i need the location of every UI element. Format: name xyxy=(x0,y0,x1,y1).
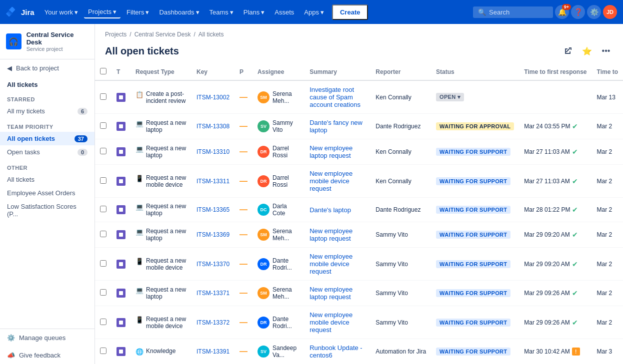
teams-menu[interactable]: Teams ▾ xyxy=(206,6,238,18)
status-badge[interactable]: WAITING FOR SUPPORT xyxy=(436,348,510,356)
notifications-button[interactable]: 🔔 9+ xyxy=(555,5,569,19)
row-checkbox[interactable] xyxy=(100,348,106,354)
ticket-key[interactable]: ITSM-13002 xyxy=(192,80,234,114)
manage-queues-button[interactable]: ⚙️ Manage queues xyxy=(0,329,94,347)
ticket-key[interactable]: ITSM-13391 xyxy=(192,339,234,364)
row-checkbox[interactable] xyxy=(100,206,106,212)
more-options-icon[interactable]: ••• xyxy=(599,44,613,58)
assignee-cell: DC Darla Cote xyxy=(252,198,304,222)
time-first-value: Mar 30 10:42 AM xyxy=(524,348,570,355)
sidebar-item-low-satisfaction-scores[interactable]: Low Satisfaction Scores (P... xyxy=(0,200,94,221)
col-time-first-response[interactable]: Time to first response xyxy=(519,64,592,80)
row-checkbox[interactable] xyxy=(100,122,106,129)
row-checkbox[interactable] xyxy=(100,148,106,154)
col-priority[interactable]: P xyxy=(234,64,252,80)
svg-rect-1 xyxy=(119,124,123,128)
status-badge[interactable]: WAITING FOR SUPPORT xyxy=(436,231,510,239)
status-badge[interactable]: WAITING FOR SUPPORT xyxy=(436,206,510,214)
assignee-name: Serena Meh... xyxy=(272,90,300,104)
row-checkbox[interactable] xyxy=(100,289,106,296)
open-external-icon[interactable] xyxy=(561,44,575,58)
col-request-type[interactable]: Request Type xyxy=(130,64,192,80)
summary-link[interactable]: New employee laptop request xyxy=(310,227,352,242)
star-icon[interactable]: ⭐ xyxy=(580,44,594,58)
assignee-name: Dante Rodri... xyxy=(272,316,300,330)
projects-menu[interactable]: Projects ▾ xyxy=(84,6,120,18)
select-all-checkbox[interactable] xyxy=(100,68,106,74)
reporter-cell: Sammy Vito xyxy=(370,222,431,248)
assignee-avatar: SV xyxy=(258,120,270,132)
tickets-table-container: T Request Type Key P Assignee Summary Re… xyxy=(95,64,623,364)
col-time-to[interactable]: Time to xyxy=(592,64,623,80)
time-first-response-cell: Mar 30 10:42 AM ! xyxy=(519,339,592,364)
summary-link[interactable]: Runbook Update - centos6 xyxy=(310,344,362,359)
your-work-menu[interactable]: Your work ▾ xyxy=(40,6,82,18)
breadcrumb: Projects / Central Service Desk / All ti… xyxy=(95,24,623,40)
ticket-key[interactable]: ITSM-13310 xyxy=(192,139,234,165)
sidebar-item-all-tickets[interactable]: All tickets xyxy=(0,173,94,186)
back-to-project-button[interactable]: ◀ Back to project xyxy=(0,59,94,77)
sidebar-item-open-tasks[interactable]: Open tasks 0 xyxy=(0,145,94,159)
status-badge[interactable]: WAITING FOR SUPPORT xyxy=(436,148,510,156)
row-checkbox[interactable] xyxy=(100,260,106,267)
ticket-key[interactable]: ITSM-13371 xyxy=(192,281,234,306)
ticket-key[interactable]: ITSM-13365 xyxy=(192,198,234,222)
row-checkbox[interactable] xyxy=(100,319,106,325)
col-summary[interactable]: Summary xyxy=(304,64,370,80)
breadcrumb-projects[interactable]: Projects xyxy=(105,31,126,38)
row-checkbox[interactable] xyxy=(100,93,106,100)
assignee-cell: SM Serena Meh... xyxy=(252,222,304,248)
col-key[interactable]: Key xyxy=(192,64,234,80)
user-avatar[interactable]: JD xyxy=(603,5,617,19)
status-badge[interactable]: WAITING FOR SUPPORT xyxy=(436,260,510,268)
time-first-response-cell: Mar 29 09:20 AM ✔ xyxy=(519,248,592,281)
status-badge[interactable]: WAITING FOR SUPPORT xyxy=(436,319,510,327)
filters-menu[interactable]: Filters ▾ xyxy=(122,6,153,18)
req-type-label: Request a new mobile device xyxy=(146,174,186,188)
status-badge[interactable]: WAITING FOR SUPPORT xyxy=(436,177,510,185)
summary-link[interactable]: Investigate root cause of Spam account c… xyxy=(310,86,360,108)
status-badge[interactable]: WAITING FOR SUPPORT xyxy=(436,289,510,297)
col-type[interactable]: T xyxy=(112,64,130,80)
priority-icon: — xyxy=(240,260,248,268)
dashboards-menu[interactable]: Dashboards ▾ xyxy=(155,6,203,18)
plans-menu[interactable]: Plans ▾ xyxy=(240,6,269,18)
request-type-cell: 💻 Request a new laptop xyxy=(130,114,192,139)
col-assignee[interactable]: Assignee xyxy=(252,64,304,80)
give-feedback-button[interactable]: 📣 Give feedback xyxy=(0,347,94,364)
summary-link[interactable]: Dante's fancy new laptop xyxy=(310,119,362,134)
summary-link[interactable]: New employee laptop request xyxy=(310,286,352,301)
reporter-cell: Sammy Vito xyxy=(370,306,431,339)
create-button[interactable]: Create xyxy=(332,4,368,20)
ticket-key[interactable]: ITSM-13372 xyxy=(192,306,234,339)
summary-link[interactable]: New employee mobile device request xyxy=(310,170,352,192)
row-checkbox[interactable] xyxy=(100,231,106,237)
col-status[interactable]: Status xyxy=(431,64,519,80)
help-button[interactable]: ❓ xyxy=(571,5,585,19)
sidebar-item-all-open-tickets[interactable]: All open tickets 37 xyxy=(0,132,94,145)
breadcrumb-central-service-desk[interactable]: Central Service Desk xyxy=(134,31,191,38)
summary-link[interactable]: Dante's laptop xyxy=(310,206,351,214)
ticket-key[interactable]: ITSM-13369 xyxy=(192,222,234,248)
apps-menu[interactable]: Apps ▾ xyxy=(300,6,328,18)
summary-link[interactable]: New employee mobile device request xyxy=(310,253,352,275)
search-bar[interactable]: 🔍 Search xyxy=(473,6,553,18)
summary-link[interactable]: New employee mobile device request xyxy=(310,311,352,334)
ticket-key[interactable]: ITSM-13308 xyxy=(192,114,234,139)
sidebar-item-employee-asset-orders[interactable]: Employee Asset Orders xyxy=(0,186,94,200)
sidebar-item-all-my-tickets[interactable]: All my tickets 6 xyxy=(0,104,94,118)
assets-menu[interactable]: Assets xyxy=(270,6,298,18)
status-badge[interactable]: WAITING FOR APPROVAL xyxy=(436,122,514,130)
settings-button[interactable]: ⚙️ xyxy=(587,5,601,19)
req-type-icon: 💻 xyxy=(136,145,144,153)
table-row: 📱 Request a new mobile device ITSM-13372… xyxy=(95,306,623,339)
row-checkbox[interactable] xyxy=(100,177,106,184)
status-badge[interactable]: OPEN ▾ xyxy=(436,93,464,101)
summary-link[interactable]: New employee laptop request xyxy=(310,144,352,159)
all-tickets-heading: All tickets xyxy=(0,77,94,90)
ticket-type-icon xyxy=(116,93,126,102)
ticket-key[interactable]: ITSM-13311 xyxy=(192,165,234,198)
col-reporter[interactable]: Reporter xyxy=(370,64,431,80)
ticket-key[interactable]: ITSM-13370 xyxy=(192,248,234,281)
app-logo[interactable]: Jira xyxy=(6,6,34,18)
